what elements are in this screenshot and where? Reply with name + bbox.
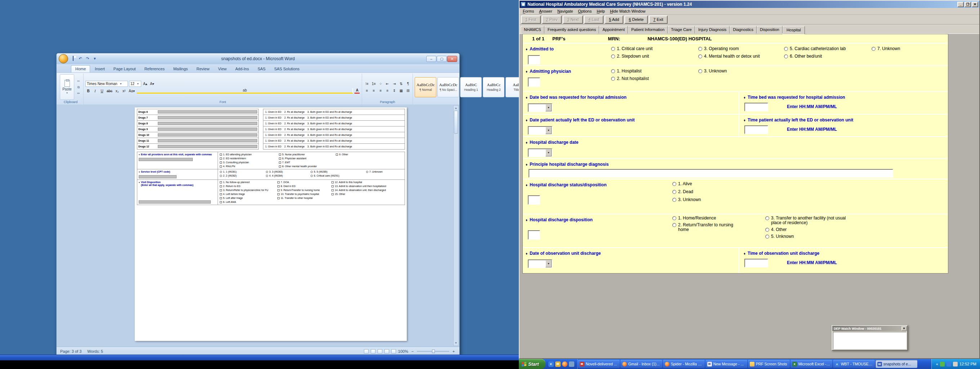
time-left-ed-input[interactable] [745,126,768,134]
drug-input-field[interactable] [158,122,257,125]
visit-option[interactable]: 5. Left after triage [220,197,275,200]
watch-window-close-button[interactable]: ✕ [902,326,907,331]
form-tab[interactable]: Patient Information [628,26,668,33]
radio-option[interactable]: 2. Not hospitalist [611,76,698,81]
nhamcs-maximize-button[interactable]: ❐ [964,2,971,7]
scroll-up-icon[interactable]: ▲ [455,106,457,111]
zoom-level[interactable]: 100% [398,349,408,353]
ribbon-tab[interactable]: Home [71,65,90,72]
line-spacing-icon[interactable]: ⇕ [391,87,397,93]
radio-option[interactable]: 3. Unknown [698,69,727,73]
quicklaunch-firefox-icon[interactable] [562,361,568,367]
web-layout-view-icon[interactable] [378,349,382,353]
drug-input-field[interactable] [158,127,257,131]
toolbar-button[interactable]: 6 Delete [624,16,648,24]
zoom-slider-thumb[interactable] [432,350,435,353]
shading-icon[interactable]: ▦ [398,87,404,93]
redo-icon[interactable]: ↷ [85,56,91,62]
visit-option[interactable]: 15. Other [331,193,403,196]
decrease-indent-icon[interactable]: ⇤ [385,81,390,86]
providers-input-field[interactable] [139,158,193,161]
visit-option[interactable]: 12. Admit to this hospital [331,181,403,184]
time-bed-requested-input[interactable] [745,103,768,111]
nhamcs-close-button[interactable]: ✕ [972,2,978,7]
visit-option[interactable]: 11. Transfer to other hospital [277,197,329,200]
save-icon[interactable] [70,56,76,62]
style-tile[interactable]: AaBbCcDc ¶ Normal [415,77,436,97]
ribbon-tab[interactable]: SAS [254,65,269,72]
visit-option[interactable]: 13. Admit to observation unit then hospi… [331,185,403,188]
toolbar-button[interactable]: 4 Last [584,16,603,24]
word-close-button[interactable]: ✕ [447,56,457,62]
tray-icon-1[interactable] [940,362,945,366]
radio-option[interactable]: 1. Critical care unit [611,46,698,51]
borders-icon[interactable]: ⊞ [405,87,411,93]
watch-window-titlebar[interactable]: DEP Watch Window - 00020101 ✕ [832,326,907,331]
taskbar-button-prf-screenshots[interactable]: PRF Screen Shots [748,360,790,368]
toolbar-button[interactable]: 1 First [521,16,541,24]
align-right-icon[interactable]: ≡ [378,87,383,93]
radio-option[interactable]: 7. Unknown [872,46,900,51]
service-option[interactable]: 1. 1 (99281) [220,170,263,173]
provider-option[interactable]: 3. Consulting physician [220,161,276,164]
drug-input-field[interactable] [158,133,257,137]
visit-disposition-input-field[interactable] [139,200,211,204]
taskbar-button-gmail[interactable]: Gmail - Inbox (1)... [620,360,662,368]
taskbar-clock[interactable]: 12:52 PM [959,362,977,366]
print-layout-view-icon[interactable] [364,349,369,353]
radio-option[interactable]: 1. Alive [672,181,701,186]
font-color-button[interactable]: A [354,88,360,94]
dropdown-arrow-icon[interactable]: ▼ [546,104,552,111]
radio-option[interactable]: 3. Operating room [698,46,784,51]
change-case-button[interactable]: Aa▾ [128,88,135,94]
quicklaunch-mail-icon[interactable]: ✉ [555,361,561,367]
ribbon-tab[interactable]: Insert [91,65,109,72]
cut-icon[interactable]: ✂ [76,78,81,84]
visit-option[interactable]: 7. DOA [277,181,329,184]
radio-option[interactable]: 4. Other [765,227,850,232]
menu-item[interactable]: Help [594,8,608,14]
ribbon-tab[interactable]: SAS Solutions [270,65,303,72]
nhamcs-titlebar[interactable]: National Hospital Ambulatory Medical Car… [520,1,979,8]
fullscreen-view-icon[interactable] [371,349,375,353]
align-center-icon[interactable]: ≡ [371,87,377,93]
menu-item[interactable]: Options [575,8,594,14]
office-button[interactable] [59,54,68,64]
left-taskbar[interactable] [0,355,519,360]
justify-icon[interactable]: ≡ [385,87,390,93]
draft-view-icon[interactable] [391,349,396,353]
visit-option[interactable]: 9. Return/Transfer to nursing home [277,189,329,192]
form-tab[interactable]: Disposition [757,26,783,33]
form-tab[interactable]: Hospital [783,26,805,34]
paste-button[interactable]: Paste ▾ [60,74,74,100]
menu-item[interactable]: Navigate [555,8,575,14]
drug-input-field[interactable] [158,139,257,142]
style-tile[interactable]: AaBbCc Heading 2 [483,77,504,97]
quicklaunch-show-desktop-icon[interactable] [569,361,574,367]
radio-option[interactable]: 4. Mental health or detox unit [698,54,784,59]
style-tile[interactable]: AaBbC Heading 1 [460,77,482,97]
scrollbar-thumb[interactable] [454,111,458,134]
service-option[interactable]: 3. 3 (99283) [266,170,308,173]
bold-button[interactable]: B [85,88,91,94]
radio-option[interactable]: 3. Unknown [672,197,701,202]
provider-option[interactable]: 2. ED resident/intern [220,157,276,160]
service-option[interactable]: 2. 2 (99282) [220,174,263,177]
date-observation-discharge-dropdown[interactable]: ▼ [528,259,552,268]
numbering-icon[interactable]: 1≡ [371,81,377,86]
dropdown-arrow-icon[interactable]: ▼ [546,260,552,267]
grow-font-icon[interactable]: A▴ [142,81,148,86]
visit-option[interactable]: 6. Left AMA [220,201,275,204]
ribbon-tab[interactable]: Page Layout [110,65,140,72]
provider-option[interactable]: 1. ED attending physician [220,153,276,156]
date-left-ed-dropdown[interactable]: ▼ [528,126,552,135]
menu-item[interactable]: Answer [536,8,555,14]
radio-option[interactable]: 2. Stepdown unit [611,54,698,59]
italic-button[interactable]: I [92,88,98,94]
outline-view-icon[interactable] [385,349,389,353]
provider-option[interactable]: 8. Other mental health provider [279,165,333,168]
menu-item[interactable]: Forms [520,8,536,14]
radio-option[interactable]: 1. Home/Residence [672,216,739,221]
dropdown-arrow-icon[interactable]: ▼ [546,149,552,156]
provider-option[interactable]: 9. Other [336,153,403,156]
